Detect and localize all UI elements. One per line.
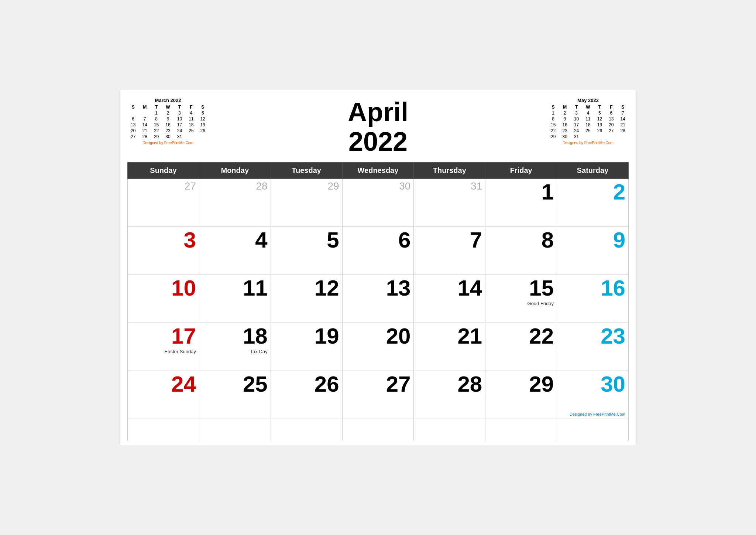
day-cell: 10 xyxy=(128,275,199,323)
day-cell: 8 xyxy=(485,226,557,275)
day-number: 29 xyxy=(274,181,339,191)
calendar-page: March 2022 SMTWTFS 123456789101112131415… xyxy=(120,90,636,445)
march-mini-calendar: March 2022 SMTWTFS 123456789101112131415… xyxy=(127,98,209,145)
day-cell: 3 xyxy=(128,226,199,275)
day-cell: 17Easter Sunday xyxy=(128,323,199,371)
day-number: 26 xyxy=(274,373,339,395)
day-number: 1 xyxy=(488,181,554,203)
col-header-sunday: Sunday xyxy=(128,162,199,178)
day-cell: 21 xyxy=(414,323,485,371)
day-number: 30 xyxy=(346,181,411,191)
day-cell: 22 xyxy=(485,323,557,371)
day-number: 13 xyxy=(346,277,411,299)
col-header-thursday: Thursday xyxy=(414,162,485,178)
day-number: 28 xyxy=(202,181,268,191)
day-number: 20 xyxy=(346,325,411,347)
day-cell: 2 xyxy=(557,178,629,226)
day-cell: 6 xyxy=(342,226,414,275)
may-credit: Designed by FreePrintMe.Com xyxy=(547,141,629,145)
day-number: 6 xyxy=(346,229,411,251)
may-credit-link: FreePrintMe.Com xyxy=(584,141,614,145)
day-cell: 24 xyxy=(128,371,199,419)
week-row-3: 101112131415Good Friday16 xyxy=(128,275,629,323)
col-header-saturday: Saturday xyxy=(557,162,629,178)
day-cell: 28 xyxy=(199,178,271,226)
day-number: 27 xyxy=(346,373,411,395)
day-number: 10 xyxy=(131,277,196,299)
day-number: 25 xyxy=(202,373,268,395)
day-number: 30 xyxy=(560,373,625,395)
march-credit: Designed by FreePrintMe.Com xyxy=(127,141,209,145)
col-header-tuesday: Tuesday xyxy=(271,162,342,178)
col-header-friday: Friday xyxy=(485,162,557,178)
day-cell: 26 xyxy=(271,371,342,419)
week-row-4: 17Easter Sunday18Tax Day1920212223 xyxy=(128,323,629,371)
may-mini-calendar: May 2022 SMTWTFS 12345678910111213141516… xyxy=(547,98,629,145)
day-number: 12 xyxy=(274,277,339,299)
day-number: 29 xyxy=(488,373,554,395)
may-credit-prefix: Designed by xyxy=(563,141,584,145)
main-calendar: SundayMondayTuesdayWednesdayThursdayFrid… xyxy=(127,162,629,441)
day-cell: 13 xyxy=(342,275,414,323)
day-number: 7 xyxy=(417,229,482,251)
day-cell: 27 xyxy=(128,178,199,226)
main-month: April xyxy=(209,98,547,127)
main-year: 2022 xyxy=(209,127,547,156)
col-header-monday: Monday xyxy=(199,162,271,178)
day-number: 4 xyxy=(202,229,268,251)
day-cell: 25 xyxy=(199,371,271,419)
day-number: 11 xyxy=(202,277,268,299)
day-number: 16 xyxy=(560,277,625,299)
day-cell: 5 xyxy=(271,226,342,275)
day-cell: 30Designed by FreePrintMe.Com xyxy=(557,371,629,419)
day-cell: 7 xyxy=(414,226,485,275)
day-number: 3 xyxy=(131,229,196,251)
day-number: 23 xyxy=(560,325,625,347)
week-row-1: 272829303112 xyxy=(128,178,629,226)
march-credit-link: FreePrintMe.Com xyxy=(164,141,193,145)
day-number: 31 xyxy=(417,181,482,191)
week-row-2: 3456789 xyxy=(128,226,629,275)
week-row-5: 24252627282930Designed by FreePrintMe.Co… xyxy=(128,371,629,419)
march-title: March 2022 xyxy=(127,98,209,103)
march-credit-prefix: Designed by xyxy=(142,141,164,145)
day-number: 5 xyxy=(274,229,339,251)
day-cell: 14 xyxy=(414,275,485,323)
empty-cell xyxy=(128,419,199,441)
day-number: 18 xyxy=(202,325,268,347)
empty-cell xyxy=(485,419,557,441)
day-number: 9 xyxy=(560,229,625,251)
day-cell: 12 xyxy=(271,275,342,323)
empty-row xyxy=(128,419,629,441)
day-number: 22 xyxy=(488,325,554,347)
day-cell: 16 xyxy=(557,275,629,323)
day-number: 24 xyxy=(131,373,196,395)
day-cell: 18Tax Day xyxy=(199,323,271,371)
holiday-label: Easter Sunday xyxy=(131,349,196,354)
day-cell: 28 xyxy=(414,371,485,419)
holiday-label: Good Friday xyxy=(488,301,554,306)
day-cell: 1 xyxy=(485,178,557,226)
day-cell: 9 xyxy=(557,226,629,275)
day-cell: 4 xyxy=(199,226,271,275)
day-number: 17 xyxy=(131,325,196,347)
day-cell: 19 xyxy=(271,323,342,371)
day-number: 27 xyxy=(131,181,196,191)
day-cell: 11 xyxy=(199,275,271,323)
day-cell: 23 xyxy=(557,323,629,371)
holiday-label: Tax Day xyxy=(202,349,268,354)
empty-cell xyxy=(271,419,342,441)
day-number: 2 xyxy=(560,181,625,203)
top-section: March 2022 SMTWTFS 123456789101112131415… xyxy=(127,98,629,156)
day-number: 19 xyxy=(274,325,339,347)
calendar-credit: Designed by FreePrintMe.Com xyxy=(570,412,625,416)
empty-cell xyxy=(342,419,414,441)
main-title-block: April 2022 xyxy=(209,98,547,156)
empty-cell xyxy=(199,419,271,441)
col-header-wednesday: Wednesday xyxy=(342,162,414,178)
day-number: 21 xyxy=(417,325,482,347)
day-cell: 29 xyxy=(485,371,557,419)
day-cell: 31 xyxy=(414,178,485,226)
may-title: May 2022 xyxy=(547,98,629,103)
day-cell: 29 xyxy=(271,178,342,226)
